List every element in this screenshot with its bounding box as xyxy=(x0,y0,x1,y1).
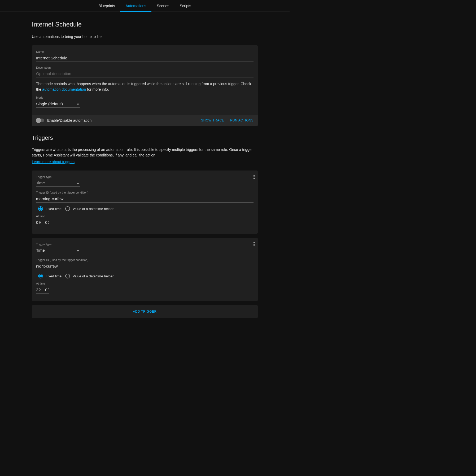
tabs-nav: Blueprints Automations Scenes Scripts xyxy=(0,0,290,12)
fixed-time-radio[interactable]: Fixed time xyxy=(38,206,62,212)
triggers-help-text: Triggers are what starts the processing … xyxy=(32,147,258,158)
svg-point-5 xyxy=(254,245,255,246)
description-label: Description xyxy=(36,65,254,70)
trigger-id-input[interactable] xyxy=(36,195,254,203)
trigger-type-select[interactable] xyxy=(36,247,80,254)
tab-scenes[interactable]: Scenes xyxy=(151,0,174,12)
tab-scripts[interactable]: Scripts xyxy=(174,0,196,12)
at-time-label: At time xyxy=(36,214,52,219)
triggers-title: Triggers xyxy=(32,133,258,142)
svg-point-4 xyxy=(254,244,255,245)
description-input[interactable] xyxy=(36,70,254,77)
svg-point-2 xyxy=(254,178,255,179)
trigger-type-select[interactable] xyxy=(36,180,80,187)
mode-label: Mode xyxy=(36,95,80,100)
trigger-id-label: Trigger ID (used by the trigger conditio… xyxy=(36,258,254,262)
add-trigger-button[interactable]: ADD TRIGGER xyxy=(32,305,258,318)
enable-automation-label: Enable/Disable automation xyxy=(47,118,91,123)
trigger-id-label: Trigger ID (used by the trigger conditio… xyxy=(36,190,254,195)
enable-automation-toggle[interactable] xyxy=(36,119,44,122)
tab-automations[interactable]: Automations xyxy=(120,0,151,12)
name-label: Name xyxy=(36,50,254,54)
run-actions-button[interactable]: RUN ACTIONS xyxy=(230,118,254,123)
trigger-card: Trigger type Trigger ID (used by the tri… xyxy=(32,238,258,301)
at-time-input[interactable] xyxy=(36,286,49,294)
mode-select[interactable] xyxy=(36,101,80,108)
automation-config-card: Name Description The mode controls what … xyxy=(32,45,258,126)
datetime-helper-radio[interactable]: Value of a date/time helper xyxy=(65,274,113,279)
trigger-id-input[interactable] xyxy=(36,263,254,270)
trigger-menu-button[interactable] xyxy=(254,175,255,181)
mode-help-text: The mode controls what happens when the … xyxy=(36,81,254,92)
tab-blueprints[interactable]: Blueprints xyxy=(93,0,120,12)
learn-triggers-link[interactable]: Learn more about triggers xyxy=(32,160,75,164)
at-time-input[interactable] xyxy=(36,219,49,226)
svg-point-0 xyxy=(254,175,255,176)
show-trace-button[interactable]: SHOW TRACE xyxy=(201,118,224,123)
name-input[interactable] xyxy=(36,55,254,62)
page-subtitle: Use automations to bring your home to li… xyxy=(32,34,258,40)
trigger-type-label: Trigger type xyxy=(36,175,80,179)
svg-point-1 xyxy=(254,176,255,177)
svg-point-3 xyxy=(254,242,255,243)
trigger-menu-button[interactable] xyxy=(254,242,255,248)
at-time-label: At time xyxy=(36,281,52,286)
trigger-type-label: Trigger type xyxy=(36,242,80,247)
page-title: Internet Schedule xyxy=(32,20,258,29)
trigger-card: Trigger type Trigger ID (used by the tri… xyxy=(32,171,258,234)
datetime-helper-radio[interactable]: Value of a date/time helper xyxy=(65,206,113,212)
automation-documentation-link[interactable]: automation documentation xyxy=(42,87,86,91)
fixed-time-radio[interactable]: Fixed time xyxy=(38,274,62,279)
